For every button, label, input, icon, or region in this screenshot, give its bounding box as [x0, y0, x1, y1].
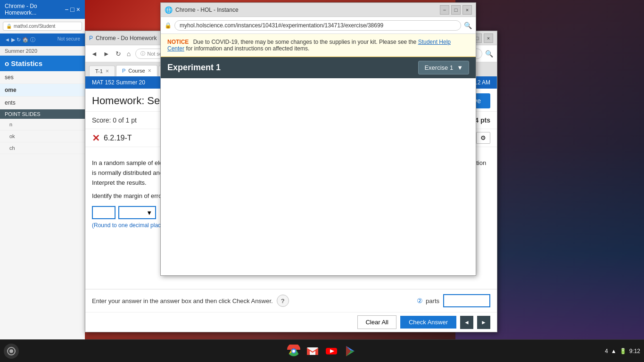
- wifi-icon: ▲: [611, 348, 617, 354]
- mathxl-nav-icons: ◄ ► ↻ ⌂: [89, 49, 132, 58]
- time-display: 9:12: [629, 348, 640, 354]
- sidebar-min-btn[interactable]: −: [65, 6, 68, 13]
- taskbar: 4 ▲ 🔋 9:12: [0, 339, 644, 362]
- refresh-btn[interactable]: ↻: [114, 49, 123, 58]
- sidebar-nav-bar: ◄ ▶ ↻ 🏠 ⓘ Not secure: [0, 33, 85, 46]
- sidebar-summer: Summer 2020: [0, 46, 85, 56]
- hol-window-controls: − □ ×: [440, 5, 472, 15]
- hol-close-btn[interactable]: ×: [462, 5, 472, 15]
- svg-point-1: [9, 349, 13, 353]
- exercise-label: Exercise 1: [424, 64, 453, 71]
- hol-min-btn[interactable]: −: [440, 5, 449, 15]
- home-btn[interactable]: ⌂: [125, 49, 132, 58]
- hol-content: NOTICE Due to COVID-19, there may be som…: [161, 34, 476, 275]
- mathxl-favicon: P: [89, 35, 93, 41]
- sidebar-item-ents[interactable]: ents: [0, 97, 85, 109]
- gmail-icon-svg: [306, 345, 319, 358]
- not-secure-text: Not secure: [58, 36, 80, 41]
- unit-dropdown[interactable]: ▼: [118, 206, 156, 219]
- hol-main-area: [161, 78, 476, 275]
- sidebar-url-text: mathxl.com/Student: [14, 24, 55, 29]
- sidebar-max-btn[interactable]: □: [70, 6, 74, 13]
- sidebar: Chrome - Do Homework... − □ × 🔒 mathxl.c…: [0, 0, 85, 339]
- taskbar-right: 4 ▲ 🔋 9:12: [605, 348, 640, 354]
- secure-icon: ⓘ: [140, 50, 145, 57]
- sidebar-item-ome[interactable]: ome: [0, 84, 85, 97]
- tab-course[interactable]: P Course ×: [116, 65, 157, 76]
- parts-number-icon: ②: [417, 297, 423, 304]
- status-icons: 4 ▲ 🔋 9:12: [605, 348, 640, 354]
- answer-input[interactable]: [92, 206, 116, 219]
- question-num-text: 6.2.19-T: [104, 134, 132, 142]
- check-answer-button[interactable]: Check Answer: [400, 316, 456, 329]
- taskbar-left: [0, 344, 19, 359]
- next-nav-btn[interactable]: ►: [477, 316, 490, 329]
- taskbar-center: [286, 344, 358, 359]
- chrome-app-icon[interactable]: [286, 344, 301, 359]
- notice-label: NOTICE: [167, 39, 189, 45]
- notice-text: Due to COVID-19, there may be some chang…: [193, 39, 417, 45]
- hol-search-icon[interactable]: 🔍: [464, 22, 472, 29]
- parts-label: parts: [426, 297, 439, 304]
- battery-level-text: 4: [605, 348, 608, 354]
- sidebar-item-ch[interactable]: ch: [0, 142, 85, 154]
- sidebar-nav-icons: ◄ ▶ ↻ 🏠 ⓘ: [5, 37, 35, 42]
- youtube-app-icon[interactable]: [324, 344, 339, 359]
- gear-button[interactable]: ⚙: [476, 132, 490, 144]
- back-btn[interactable]: ◄: [89, 49, 99, 58]
- wrong-icon: ✕: [92, 132, 100, 144]
- action-bar: Clear All Check Answer ◄ ►: [85, 312, 497, 332]
- lock-icon: 🔒: [6, 24, 12, 29]
- exercise-dropdown-arrow: ▼: [457, 64, 463, 71]
- sidebar-header: Chrome - Do Homework... − □ ×: [0, 0, 85, 19]
- score-text: Score: 0 of 1 pt: [92, 116, 137, 124]
- help-question-button[interactable]: ?: [277, 295, 289, 307]
- chromebook-launcher[interactable]: [4, 344, 19, 359]
- sidebar-item-ses[interactable]: ses: [0, 71, 85, 84]
- sidebar-close-btn[interactable]: ×: [76, 6, 80, 13]
- experiment-banner: Experiment 1 Exercise 1 ▼: [161, 57, 476, 78]
- hol-max-btn[interactable]: □: [451, 5, 461, 15]
- gear-icon: ⚙: [480, 134, 486, 141]
- tab-course-label: Course: [128, 68, 145, 74]
- hol-favicon: 🌐: [165, 6, 173, 14]
- forward-btn[interactable]: ►: [101, 49, 112, 58]
- playstore-icon-svg: [344, 345, 357, 358]
- hol-address-input[interactable]: [174, 20, 461, 31]
- chrome-icon-svg: [287, 345, 300, 358]
- battery-icon: 🔋: [619, 348, 627, 354]
- hol-lock-icon: 🔒: [165, 22, 172, 29]
- sidebar-url-bar: 🔒 mathxl.com/Student: [3, 22, 82, 31]
- prev-nav-btn[interactable]: ◄: [460, 316, 473, 329]
- enter-answer-text: Enter your answer in the answer box and …: [92, 297, 273, 304]
- bottom-bar: Enter your answer in the answer box and …: [85, 289, 497, 312]
- parts-info: ② parts: [417, 297, 439, 304]
- tab-course-close[interactable]: ×: [148, 67, 151, 74]
- sidebar-item-ok[interactable]: ok: [0, 131, 85, 142]
- notice-text2: for information and instructions on affe…: [186, 45, 309, 52]
- tab-course-favicon: P: [122, 68, 125, 74]
- sidebar-item-n[interactable]: n: [0, 119, 85, 131]
- playstore-app-icon[interactable]: [343, 344, 358, 359]
- dropdown-arrow: ▼: [146, 209, 152, 216]
- question-number: ✕ 6.2.19-T: [92, 132, 132, 144]
- gmail-app-icon[interactable]: [305, 344, 320, 359]
- notice-banner: NOTICE Due to COVID-19, there may be som…: [161, 34, 476, 57]
- chromebook-icon: [7, 346, 16, 356]
- mathxl-close-btn[interactable]: ×: [484, 33, 493, 43]
- tab-t1-close[interactable]: ×: [106, 68, 109, 74]
- experiment-title: Experiment 1: [167, 63, 221, 73]
- clear-all-button[interactable]: Clear All: [357, 315, 396, 329]
- parts-input[interactable]: [443, 294, 490, 307]
- hol-title: Chrome - HOL - Instance: [175, 7, 440, 13]
- course-name: MAT 152 Summer 20: [92, 79, 145, 86]
- hol-window: 🌐 Chrome - HOL - Instance − □ × 🔒 🔍 NOTI…: [160, 2, 476, 276]
- sidebar-point-slides-header: POINT SLIDES: [0, 109, 85, 119]
- tab-t1-label: T-1: [95, 68, 103, 74]
- tab-t1[interactable]: T-1 ×: [89, 66, 115, 76]
- exercise-dropdown[interactable]: Exercise 1 ▼: [418, 61, 469, 74]
- hol-titlebar: 🌐 Chrome - HOL - Instance − □ ×: [161, 3, 476, 17]
- hol-addressbar: 🔒 🔍: [161, 17, 476, 34]
- mathxl-search-icon[interactable]: 🔍: [485, 50, 493, 58]
- svg-point-4: [292, 350, 295, 353]
